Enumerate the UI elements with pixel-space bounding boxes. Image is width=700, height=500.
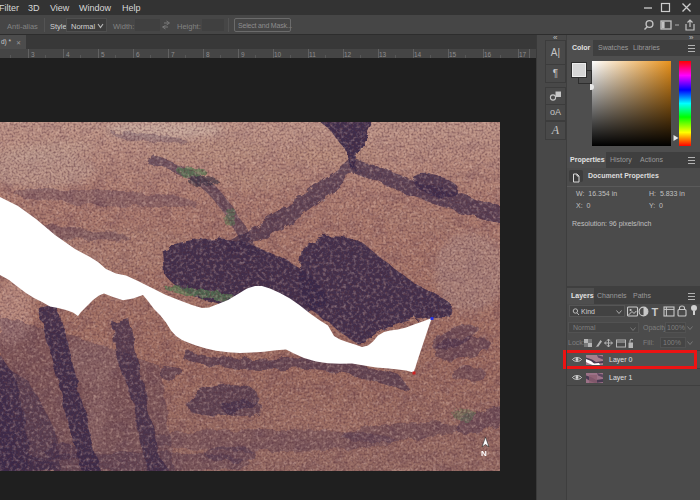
svg-text:N: N (481, 449, 487, 458)
svg-text:T: T (652, 306, 659, 318)
